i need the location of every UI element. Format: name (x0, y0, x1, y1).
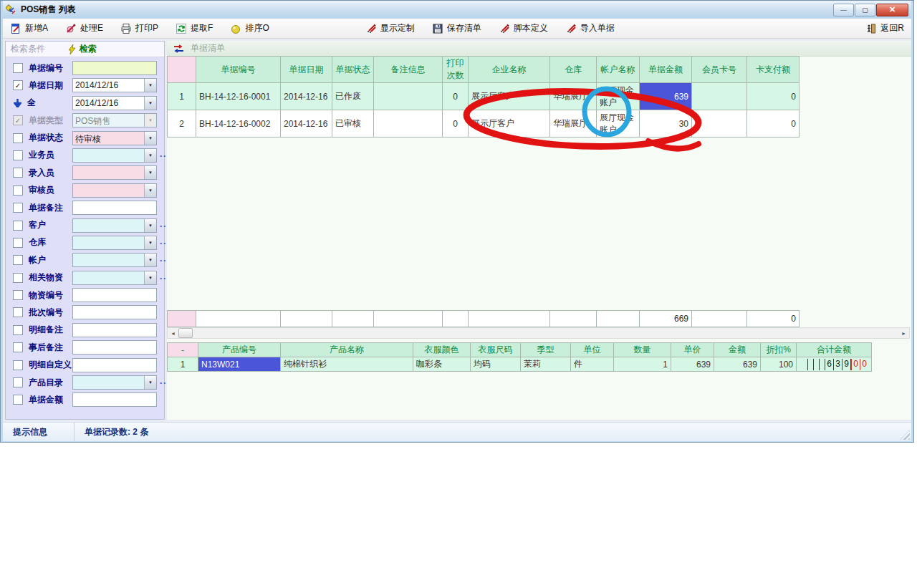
selected-product-code-cell[interactable]: N13W021 (198, 357, 281, 372)
input-单据编号[interactable] (72, 61, 157, 75)
table-cell[interactable]: 展厅现金账户 (597, 110, 640, 138)
minimize-button[interactable]: — (833, 4, 854, 16)
input-明细备注[interactable] (72, 323, 157, 337)
orders-table[interactable]: 单据编号单据日期单据状态备注信息打印次数企业名称仓库帐户名称单据金额会员卡号卡支… (167, 56, 800, 138)
checkbox-客户[interactable] (13, 221, 23, 231)
dropdown-帐户[interactable]: ▼ (72, 253, 157, 267)
scrollbar-thumb[interactable] (178, 328, 193, 338)
detail-cell[interactable]: 639 (671, 357, 714, 372)
detail-cell[interactable]: 咖彩条 (413, 357, 471, 372)
scroll-left-button[interactable]: ◄ (168, 328, 178, 338)
maximize-button[interactable]: ▢ (855, 4, 875, 16)
detail-cell[interactable]: 1 (614, 357, 671, 372)
toolbar-button-脚本定义[interactable]: 脚本定义 (499, 22, 548, 34)
table-cell[interactable]: 0 (747, 83, 800, 110)
table-cell[interactable]: BH-14-12-16-0002 (196, 110, 281, 138)
input-事后备注[interactable] (72, 340, 157, 355)
horizontal-scrollbar[interactable]: ◄ ► (167, 327, 910, 339)
dropdown-产品目录[interactable]: ▼ (72, 375, 157, 390)
detail-cell[interactable]: 100 (761, 357, 797, 372)
table-cell[interactable]: 展示厅客户 (469, 83, 550, 110)
checkbox-单据备注[interactable] (13, 203, 23, 213)
input-单据金额[interactable] (72, 392, 157, 407)
detail-cell[interactable]: 件 (571, 357, 614, 372)
chevron-down-icon[interactable]: ▼ (144, 219, 156, 232)
input-明细自定义[interactable] (72, 358, 157, 372)
dropdown-单据类型[interactable]: POS销售▼ (72, 113, 157, 127)
checkbox-单据日期[interactable]: ✓ (13, 80, 23, 90)
toolbar-button-显示定制[interactable]: 显示定制 (365, 22, 415, 34)
chevron-down-icon[interactable]: ▼ (144, 254, 156, 266)
detail-cell[interactable]: 纯棉针织衫 (281, 357, 413, 372)
close-button[interactable]: ✕ (876, 4, 908, 16)
toolbar-button-新增A[interactable]: 新增A (10, 22, 48, 34)
table-cell[interactable]: 2014-12-16 (281, 110, 332, 138)
checkbox-相关物资[interactable] (13, 273, 23, 283)
resize-grip-icon[interactable] (900, 430, 910, 440)
chevron-down-icon[interactable]: ▼ (144, 132, 156, 145)
toolbar-button-提取F[interactable]: 提取F (176, 22, 213, 34)
toolbar-button-打印P[interactable]: 打印P (120, 22, 158, 34)
table-cell[interactable] (692, 83, 747, 110)
checkbox-仓库[interactable] (13, 238, 23, 248)
chevron-down-icon[interactable]: ▼ (144, 114, 156, 127)
checkbox-事后备注[interactable] (13, 342, 23, 352)
table-cell[interactable]: BH-14-12-16-0001 (196, 83, 281, 110)
toolbar-button-保存清单[interactable]: 保存清单 (432, 22, 481, 34)
detail-cell[interactable]: 茉莉 (521, 357, 571, 372)
checkbox-物资编号[interactable] (13, 290, 23, 300)
checkbox-单据金额[interactable] (13, 395, 23, 405)
detail-row[interactable]: 1N13W021纯棉针织衫咖彩条均码茉莉件163963910063900 (168, 357, 872, 372)
table-cell[interactable]: 华瑞展厅 (550, 110, 597, 138)
chevron-down-icon[interactable]: ▼ (144, 271, 156, 284)
table-cell[interactable]: 已审核 (332, 110, 374, 138)
checkbox-明细备注[interactable] (13, 325, 23, 335)
input-单据备注[interactable] (72, 201, 157, 215)
table-cell[interactable]: 2014-12-16 (281, 83, 332, 110)
dropdown-审核员[interactable]: ▼ (72, 183, 157, 198)
table-cell[interactable]: 展厅现金账户 (597, 83, 640, 110)
toolbar-button-排序O[interactable]: 排序O (230, 22, 269, 34)
selected-amount-cell[interactable]: 639 (640, 83, 692, 110)
swap-arrows-icon[interactable] (173, 44, 184, 53)
search-button[interactable]: 检索 (68, 43, 97, 55)
checkbox-单据类型[interactable]: ✓ (13, 115, 23, 125)
input-批次编号[interactable] (72, 305, 157, 319)
dropdown-相关物资[interactable]: ▼ (72, 271, 157, 285)
table-cell[interactable]: 展示厅客户 (469, 110, 550, 138)
checkbox-审核员[interactable] (13, 185, 23, 196)
table-row[interactable]: 1BH-14-12-16-00012014-12-16已作废0展示厅客户华瑞展厅… (168, 83, 800, 110)
detail-cell[interactable]: 639 (714, 357, 761, 372)
checkbox-明细自定义[interactable] (13, 360, 23, 370)
chevron-down-icon[interactable]: ▼ (144, 376, 156, 389)
table-cell[interactable]: 30 (640, 110, 692, 138)
dropdown-业务员[interactable]: ▼ (72, 148, 157, 163)
scroll-right-button[interactable]: ► (898, 328, 909, 338)
toolbar-button-导入单据[interactable]: 导入单据 (565, 22, 615, 34)
toolbar-button-返回R[interactable]: 返回R (865, 22, 904, 34)
table-cell[interactable]: 已作废 (332, 83, 374, 110)
dropdown-全[interactable]: 2014/12/16▼ (72, 96, 157, 110)
dropdown-单据日期[interactable]: 2014/12/16▼ (72, 78, 157, 92)
checkbox-批次编号[interactable] (13, 307, 23, 317)
table-cell[interactable]: 华瑞展厅 (550, 83, 597, 110)
table-cell[interactable]: 0 (443, 83, 469, 110)
chevron-down-icon[interactable]: ▼ (144, 149, 156, 162)
chevron-down-icon[interactable]: ▼ (144, 166, 156, 179)
detail-cell[interactable]: 均码 (471, 357, 521, 372)
table-row[interactable]: 2BH-14-12-16-00022014-12-16已审核0展示厅客户华瑞展厅… (168, 110, 800, 138)
table-cell[interactable] (692, 110, 747, 138)
dropdown-单据状态[interactable]: 待审核▼ (72, 131, 157, 145)
checkbox-单据状态[interactable] (13, 133, 23, 143)
dropdown-仓库[interactable]: ▼ (72, 236, 157, 250)
table-cell[interactable]: 0 (443, 110, 469, 138)
checkbox-单据编号[interactable] (13, 63, 23, 73)
checkbox-录入员[interactable] (13, 168, 23, 178)
chevron-down-icon[interactable]: ▼ (144, 184, 156, 197)
checkbox-产品目录[interactable] (13, 377, 23, 387)
table-cell[interactable] (374, 83, 443, 110)
input-物资编号[interactable] (72, 288, 157, 302)
chevron-down-icon[interactable]: ▼ (144, 236, 156, 249)
dropdown-录入员[interactable]: ▼ (72, 165, 157, 180)
checkbox-帐户[interactable] (13, 255, 23, 265)
